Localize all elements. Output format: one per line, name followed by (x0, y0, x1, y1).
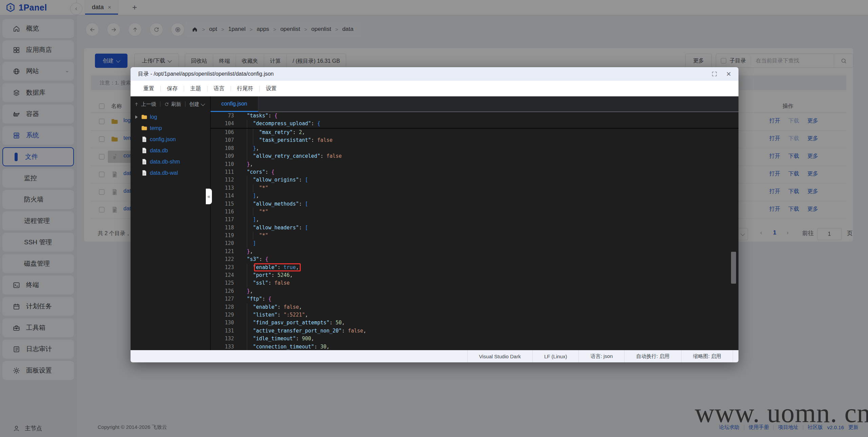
code-text: ], (241, 192, 259, 200)
code-line[interactable]: 113"*" (211, 184, 738, 192)
code-text: "ssl": false (241, 279, 290, 287)
menu-item-语言[interactable]: 语言 (208, 85, 231, 92)
code-line[interactable]: 117], (211, 216, 738, 224)
tree-toolbar-刷新[interactable]: 刷新 (164, 101, 181, 108)
code-line[interactable]: 121}, (211, 248, 738, 255)
code-text: "listen": ":5221", (241, 311, 308, 319)
code-line[interactable]: 122"s3": { (211, 255, 738, 263)
file-tree-toolbar: 上一级刷新创建 (131, 96, 210, 112)
code-line[interactable]: 127"ftp": { (211, 295, 738, 303)
code-line[interactable]: 109"allow_retry_canceled": false (211, 152, 738, 160)
code-line[interactable]: 125"ssl": false (211, 279, 738, 287)
indent-guide (247, 232, 247, 240)
tree-toolbar-separator (185, 101, 185, 107)
indent-guide (253, 232, 253, 240)
statusbar-item[interactable]: LF (Linux) (532, 350, 579, 362)
statusbar-item[interactable]: 语言: json (578, 350, 624, 362)
code-line[interactable]: 104"decompress_upload": { (211, 120, 738, 128)
line-number: 126 (211, 287, 234, 295)
tree-toolbar-创建[interactable]: 创建 (189, 101, 204, 108)
tree-item-name: config.json (150, 136, 176, 142)
caret-spacer (134, 171, 139, 175)
tree-item-data.db-shm[interactable]: data.db-shm (131, 156, 210, 167)
indent-guide (247, 192, 247, 200)
code-line[interactable]: 120] (211, 240, 738, 247)
editor-tab-config-json[interactable]: config.json (211, 96, 258, 112)
code-line[interactable]: 106"max_retry": 2, (211, 129, 738, 136)
code-line[interactable]: 123"enable": true, (211, 264, 738, 271)
code-editor: config.json 73"tasks": {104"decompress_u… (211, 96, 738, 350)
indent-guide (247, 319, 247, 327)
menu-item-主题[interactable]: 主题 (184, 85, 207, 92)
tree-toolbar-label: 上一级 (141, 101, 156, 108)
tree-toolbar-上一级[interactable]: 上一级 (134, 101, 156, 108)
indent-guide (247, 184, 247, 192)
code-line[interactable]: 133"connection_timeout": 30, (211, 343, 738, 350)
editor-menu-bar: 重置保存主题语言行尾符设置 (131, 81, 738, 96)
refresh-icon (164, 102, 169, 107)
code-lines[interactable]: 106"max_retry": 2,107"task_persistant": … (211, 129, 738, 350)
tree-item-log[interactable]: log (131, 111, 210, 122)
sticky-scroll-lines: 73"tasks": {104"decompress_upload": { (211, 112, 738, 129)
code-line[interactable]: 111"cors": { (211, 168, 738, 176)
code-line[interactable]: 118"allow_headers": [ (211, 224, 738, 232)
statusbar-item[interactable]: 缩略图: 启用 (681, 350, 733, 362)
line-number: 114 (211, 192, 234, 200)
line-number: 131 (211, 327, 234, 335)
statusbar-item[interactable]: 自动换行: 启用 (624, 350, 681, 362)
tree-item-temp[interactable]: temp (131, 122, 210, 134)
statusbar-item[interactable]: Visual Studio Dark (467, 350, 532, 362)
code-text: "max_retry": 2, (241, 129, 305, 136)
indent-guide (247, 129, 247, 136)
line-number: 133 (211, 343, 234, 350)
fullscreen-icon[interactable] (711, 71, 717, 77)
code-line[interactable]: 116"*" (211, 208, 738, 216)
code-text: "tasks": { (241, 112, 277, 120)
code-line[interactable]: 131"active_transfer_port_non_20": false, (211, 327, 738, 335)
code-line[interactable]: 132"idle_timeout": 900, (211, 335, 738, 343)
code-text: "active_transfer_port_non_20": false, (241, 327, 366, 335)
code-line[interactable]: 108}, (211, 145, 738, 152)
code-line[interactable]: 124"port": 5246, (211, 271, 738, 279)
tree-item-config.json[interactable]: config.json (131, 134, 210, 145)
code-text: "allow_retry_canceled": false (241, 152, 342, 160)
code-line[interactable]: 129"listen": ":5221", (211, 311, 738, 319)
code-line[interactable]: 115"allow_methods": [ (211, 200, 738, 208)
indent-guide (253, 208, 253, 216)
code-text: }, (241, 287, 253, 295)
menu-item-保存[interactable]: 保存 (161, 85, 184, 92)
line-number: 129 (211, 311, 234, 319)
line-number: 106 (211, 129, 234, 136)
menu-item-行尾符[interactable]: 行尾符 (231, 85, 259, 92)
code-line[interactable]: 130"find_pasv_port_attempts": 50, (211, 319, 738, 327)
code-text: "decompress_upload": { (241, 120, 320, 128)
code-line[interactable]: 126}, (211, 287, 738, 295)
line-number: 119 (211, 232, 234, 240)
line-number: 124 (211, 271, 234, 279)
menu-item-设置[interactable]: 设置 (260, 85, 283, 92)
code-text: "allow_methods": [ (241, 200, 308, 208)
code-line[interactable]: 114], (211, 192, 738, 200)
tree-item-name: data.db (150, 148, 168, 154)
code-text: "*" (241, 208, 268, 216)
tree-item-data.db-wal[interactable]: data.db-wal (131, 167, 210, 178)
line-number: 104 (211, 120, 234, 128)
code-line[interactable]: 128"enable": false, (211, 303, 738, 311)
code-line[interactable]: 110}, (211, 160, 738, 168)
editor-tab-bar: config.json (211, 96, 738, 112)
editor-scrollbar[interactable] (731, 252, 736, 284)
indent-guide (247, 343, 247, 350)
code-text: "s3": { (241, 255, 268, 263)
file-tree-panel: 上一级刷新创建 logtempconfig.jsondata.dbdata.db… (131, 96, 211, 350)
tree-item-data.db[interactable]: data.db (131, 145, 210, 156)
indent-guide (253, 136, 253, 144)
code-line[interactable]: 107"task_persistant": false (211, 136, 738, 144)
close-icon[interactable]: × (726, 69, 731, 79)
code-line[interactable]: 73"tasks": { (211, 112, 738, 120)
line-number: 110 (211, 160, 234, 168)
indent-guide (247, 200, 247, 208)
code-line[interactable]: 112"allow_origins": [ (211, 176, 738, 184)
menu-item-重置[interactable]: 重置 (137, 85, 160, 92)
code-line[interactable]: 119"*" (211, 232, 738, 240)
tree-collapse-button[interactable]: « (206, 189, 212, 204)
